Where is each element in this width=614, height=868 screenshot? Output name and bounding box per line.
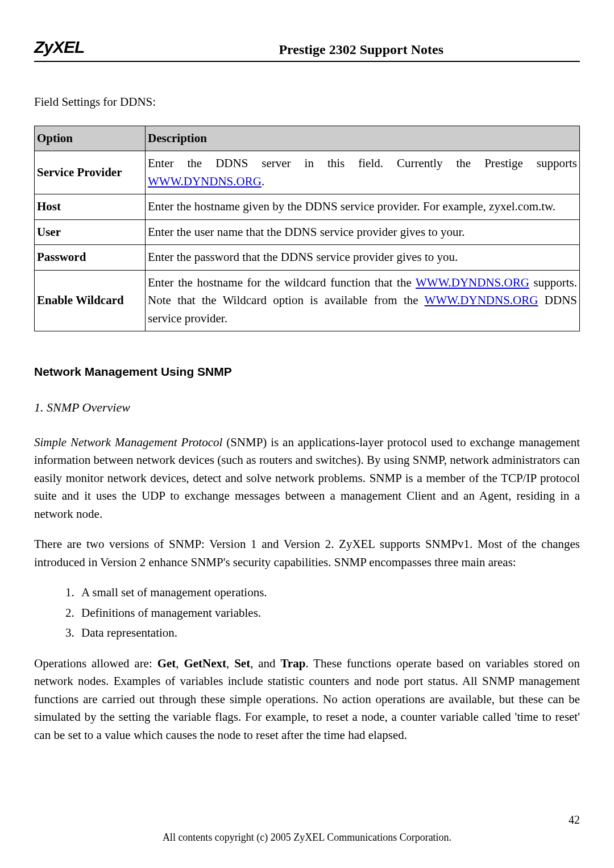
table-row: Password Enter the password that the DDN… [35, 245, 580, 271]
op-get: Get [157, 657, 176, 670]
text: . [262, 175, 264, 188]
text: Enter the DDNS server in this field. Cur… [148, 156, 577, 170]
section-heading: Network Management Using SNMP [34, 363, 580, 381]
dyndns-link[interactable]: WWW.DYNDNS.ORG [416, 276, 529, 289]
intro-text: Field Settings for DDNS: [34, 93, 580, 111]
copyright-footer: All contents copyright (c) 2005 ZyXEL Co… [0, 830, 614, 845]
page-header: ZyXEL Prestige 2302 Support Notes [34, 34, 580, 62]
text: Enter the hostname for the wildcard func… [148, 276, 416, 289]
opt-password: Password [35, 245, 146, 271]
op-set: Set [234, 657, 250, 670]
opt-enable-wildcard: Enable Wildcard [35, 270, 146, 331]
table-header-row: Option Description [35, 126, 580, 151]
opt-service-provider: Service Provider [35, 151, 146, 194]
ddns-options-table: Option Description Service Provider Ente… [34, 126, 580, 332]
desc-user: Enter the user name that the DDNS servic… [146, 219, 580, 245]
enum-list: A small set of management operations. De… [65, 584, 580, 642]
paragraph-versions: There are two versions of SNMP: Version … [34, 535, 580, 571]
dyndns-link[interactable]: WWW.DYNDNS.ORG [425, 293, 538, 307]
list-item: A small set of management operations. [65, 584, 580, 602]
text: , [226, 657, 234, 670]
document-title: Prestige 2302 Support Notes [279, 39, 580, 60]
op-trap: Trap [280, 657, 305, 670]
paragraph-snmp-overview: Simple Network Management Protocol (SNMP… [34, 434, 580, 524]
text: , [250, 657, 258, 670]
page-number: 42 [569, 811, 580, 828]
table-row: Host Enter the hostname given by the DDN… [35, 194, 580, 220]
dyndns-link[interactable]: WWW.DYNDNS.ORG [148, 175, 262, 188]
table-row: Service Provider Enter the DDNS server i… [35, 151, 580, 194]
list-item: Data representation. [65, 624, 580, 642]
paragraph-operations: Operations allowed are: Get, GetNext, Se… [34, 655, 580, 745]
table-row: User Enter the user name that the DDNS s… [35, 219, 580, 245]
col-option: Option [35, 126, 146, 151]
desc-service-provider: Enter the DDNS server in this field. Cur… [146, 151, 580, 194]
opt-host: Host [35, 194, 146, 220]
col-description: Description [146, 126, 580, 151]
logo: ZyXEL [34, 34, 84, 60]
op-getnext: GetNext [184, 657, 226, 670]
sub-heading: 1. SNMP Overview [34, 398, 580, 417]
list-item: Definitions of management variables. [65, 604, 580, 622]
text: , [176, 657, 184, 670]
text: Operations allowed are: [34, 657, 157, 670]
opt-user: User [35, 219, 146, 245]
text: and [258, 657, 280, 670]
emphasis: Simple Network Management Protocol [34, 435, 222, 449]
table-row: Enable Wildcard Enter the hostname for t… [35, 270, 580, 331]
desc-enable-wildcard: Enter the hostname for the wildcard func… [146, 270, 580, 331]
desc-host: Enter the hostname given by the DDNS ser… [146, 194, 580, 220]
desc-password: Enter the password that the DDNS service… [146, 245, 580, 271]
